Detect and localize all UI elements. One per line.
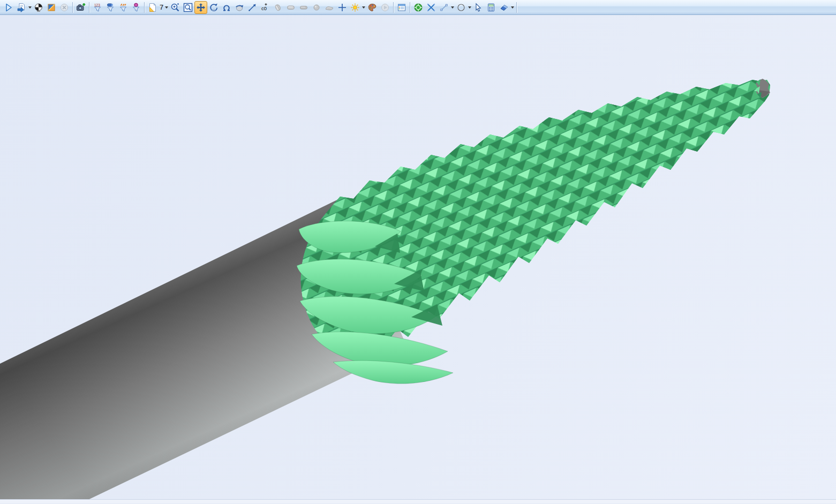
orbit-button[interactable]	[220, 1, 233, 14]
page-select-menu-caret[interactable]	[165, 6, 168, 9]
light-menu-caret[interactable]	[362, 6, 365, 9]
stock-wedge-button	[323, 1, 336, 14]
palette-button[interactable]	[366, 1, 379, 14]
cancel-icon	[59, 3, 69, 12]
report-menu-caret[interactable]	[28, 6, 32, 9]
crosshair-plus-icon	[337, 3, 347, 12]
window-bottom-edge	[0, 499, 836, 503]
toolbar-separator	[410, 2, 410, 13]
filter-disc-icon	[131, 3, 141, 12]
stock-sphere-button	[310, 1, 323, 14]
add-point-button[interactable]	[336, 1, 349, 14]
zoom-window-icon	[183, 3, 193, 12]
measure-button[interactable]	[246, 1, 259, 14]
eraser-menu-caret[interactable]	[511, 6, 514, 9]
zoom-in-button[interactable]	[169, 1, 182, 14]
coordinate-icon: c0	[260, 3, 270, 12]
calculator-button[interactable]	[485, 1, 498, 14]
cancel-button	[58, 1, 71, 14]
page-select-icon	[148, 3, 157, 12]
toolbar-separator	[144, 2, 145, 13]
playback-button	[379, 1, 391, 14]
page-number-label: 7	[160, 3, 163, 11]
stock-disc-button	[272, 1, 284, 14]
stock-cylinder-icon	[286, 3, 296, 12]
run-button[interactable]	[2, 1, 15, 14]
verify-button[interactable]	[45, 1, 58, 14]
toolbar-separator	[393, 2, 394, 13]
viewport-3d[interactable]	[0, 15, 836, 499]
filter-tool-button[interactable]	[104, 1, 117, 14]
pointer-cursor-icon	[473, 3, 483, 12]
coordinate-button[interactable]: c0	[259, 1, 272, 14]
playback-icon	[380, 3, 390, 12]
stock-disc-icon	[273, 3, 283, 12]
palette-icon	[367, 3, 377, 12]
filter-disc-button[interactable]	[130, 1, 142, 14]
screenshot-button[interactable]	[74, 1, 87, 14]
eraser-icon	[499, 3, 509, 12]
orbit-icon	[222, 3, 231, 12]
calculator-icon	[486, 3, 496, 12]
circle-tool-button[interactable]	[455, 1, 468, 14]
pan-icon	[196, 3, 206, 12]
report-icon	[17, 3, 26, 12]
filter-tool-icon	[106, 3, 115, 12]
line-tool-menu-caret[interactable]	[451, 6, 454, 9]
panel-list-icon	[397, 3, 406, 12]
render-sphere-icon	[34, 3, 43, 12]
stock-capsule-icon	[299, 3, 308, 12]
line-tool-button[interactable]	[438, 1, 450, 14]
filter-chips-icon	[118, 3, 128, 12]
circle-tool-menu-caret[interactable]	[468, 6, 471, 9]
svg-text:123: 123	[94, 3, 100, 6]
line-tool-icon	[439, 3, 449, 12]
stock-cylinder-button	[284, 1, 297, 14]
stock-capsule-button	[297, 1, 310, 14]
light-button[interactable]	[349, 1, 361, 14]
rotate-icon	[209, 3, 219, 12]
toolbar-separator	[516, 2, 517, 13]
toolbar-separator	[89, 2, 89, 13]
stock-wedge-icon	[325, 3, 334, 12]
zoom-window-button[interactable]	[182, 1, 194, 14]
camera-capture-icon	[76, 3, 86, 12]
spin-button[interactable]	[233, 1, 246, 14]
target-button[interactable]	[412, 1, 425, 14]
filter-numbers-icon: 123	[93, 3, 102, 12]
measure-icon	[247, 3, 257, 12]
verify-icon	[47, 3, 56, 12]
spin-icon	[235, 3, 244, 12]
render-sphere-button[interactable]	[32, 1, 45, 14]
svg-text:c0: c0	[261, 5, 267, 11]
filter-chips-button[interactable]	[117, 1, 130, 14]
toolbar-separator	[72, 2, 73, 13]
eraser-button[interactable]	[498, 1, 510, 14]
main-toolbar: 123 7 c0	[0, 0, 836, 15]
intersect-x-icon	[426, 3, 436, 12]
rotate-button[interactable]	[207, 1, 220, 14]
pointer-button[interactable]	[472, 1, 485, 14]
intersect-button[interactable]	[425, 1, 438, 14]
burr-3d-render	[0, 15, 836, 499]
zoom-in-icon	[170, 3, 180, 12]
filter-numbers-button[interactable]: 123	[91, 1, 104, 14]
light-sun-icon	[350, 3, 360, 12]
target-icon	[413, 3, 423, 12]
circle-tool-icon	[456, 3, 466, 12]
run-icon	[4, 3, 13, 12]
report-button[interactable]	[15, 1, 28, 14]
panel-button[interactable]	[395, 1, 408, 14]
pan-button[interactable]	[194, 1, 207, 14]
stock-sphere-icon	[312, 3, 321, 12]
page-select-button[interactable]	[146, 1, 159, 14]
